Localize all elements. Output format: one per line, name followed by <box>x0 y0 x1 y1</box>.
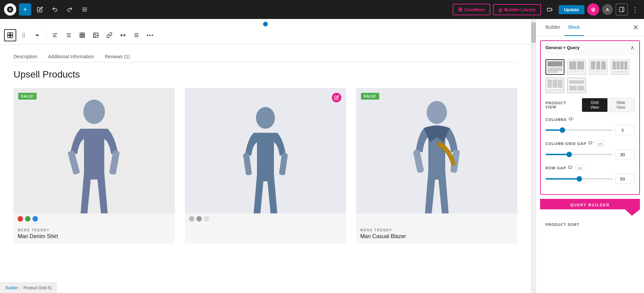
swatch-green[interactable] <box>25 216 30 222</box>
swatch-blue[interactable] <box>33 216 38 222</box>
svg-rect-9 <box>8 36 10 38</box>
svg-point-12 <box>24 33 25 34</box>
columns-input[interactable] <box>616 125 635 135</box>
block-toolbar <box>0 26 531 44</box>
product-sort-section: PRODUCT SORT <box>536 220 644 229</box>
svg-point-36 <box>152 35 153 36</box>
query-builder-wrap: QUERY BUILDER <box>540 199 640 216</box>
panel-section-title: General + Query <box>545 45 580 50</box>
avatar-button[interactable]: A <box>602 4 613 15</box>
content-area: Description Additional Information Revie… <box>0 19 531 293</box>
breadcrumb-builder-link[interactable]: Builder <box>5 286 18 290</box>
condition-button[interactable]: ⊞ Condition <box>453 4 491 15</box>
collapse-button[interactable]: ∧ <box>630 44 635 51</box>
main-layout: Description Additional Information Revie… <box>0 0 644 293</box>
column-gap-unit[interactable]: px <box>596 141 605 147</box>
layout-thumb-6[interactable] <box>567 78 586 93</box>
grid-view-button[interactable]: Grid View <box>582 98 607 112</box>
row-gap-input[interactable] <box>616 174 635 184</box>
layout-thumb-3[interactable] <box>589 59 608 75</box>
product-image-2 <box>185 88 346 213</box>
product-view-label: PRODUCT VIEW <box>545 101 578 109</box>
slide-view-button[interactable]: Slide View <box>607 98 634 112</box>
responsive-gap-icon <box>588 141 594 146</box>
row-gap-label-row: ROW GAP px <box>545 165 635 171</box>
row-gap-slider[interactable] <box>545 178 613 180</box>
columns-control: COLUMNS <box>545 117 635 135</box>
tab-description[interactable]: Description <box>14 51 37 62</box>
more-button[interactable] <box>144 29 156 41</box>
product-name-1: Man Denim Shirt <box>18 233 171 239</box>
product-brand-1: MENS TRENDY <box>18 228 171 232</box>
woo-button[interactable]: ψ <box>587 3 599 16</box>
svg-rect-47 <box>589 142 592 144</box>
width-button[interactable] <box>117 29 129 41</box>
breadcrumb: Builder › Product Grid #1 <box>0 282 57 293</box>
swatch-gray3[interactable] <box>204 216 209 222</box>
update-button[interactable]: Update <box>559 5 584 14</box>
move-up-down[interactable] <box>31 29 43 41</box>
scrollbar-thumb[interactable] <box>531 22 536 43</box>
layout-thumb-4[interactable] <box>610 59 629 75</box>
columns-label-row: COLUMNS <box>545 117 635 122</box>
svg-point-35 <box>149 35 151 36</box>
svg-rect-48 <box>568 166 571 168</box>
settings-button[interactable] <box>130 29 143 41</box>
column-gap-slider[interactable] <box>545 154 613 155</box>
panel-section-body: PRODUCT VIEW Grid View Slide View COLUMN… <box>541 55 639 194</box>
more-options-icon[interactable]: ⋮ <box>630 5 640 14</box>
tab-additional-info[interactable]: Additional Information <box>48 51 94 62</box>
sidebar-toggle-button[interactable] <box>616 3 628 16</box>
undo-button[interactable] <box>49 3 61 16</box>
add-button[interactable]: + <box>19 3 31 16</box>
panel-close-button[interactable]: ✕ <box>633 23 639 32</box>
drag-handle[interactable] <box>18 29 30 41</box>
product-brand-3: MENS TRENDY <box>360 228 513 232</box>
svg-rect-46 <box>569 118 572 120</box>
svg-rect-41 <box>243 153 252 175</box>
svg-point-15 <box>23 37 23 37</box>
edit-icon[interactable] <box>332 93 341 102</box>
responsive-icon[interactable] <box>544 3 556 16</box>
align-left-button[interactable] <box>49 29 61 41</box>
swatch-red[interactable] <box>18 216 23 222</box>
columns-slider[interactable] <box>545 129 613 131</box>
sale-badge-1: SALE! <box>18 93 37 100</box>
layout-thumbnails <box>545 59 635 93</box>
product-card: SALE! <box>14 88 175 244</box>
table-view-button[interactable] <box>76 29 88 41</box>
swatch-gray2[interactable] <box>196 216 202 222</box>
column-gap-input[interactable] <box>616 149 635 160</box>
align-center-button[interactable] <box>63 29 75 41</box>
scrollbar[interactable] <box>531 19 536 293</box>
query-builder-button[interactable]: QUERY BUILDER <box>540 199 640 216</box>
product-image-3: SALE! <box>356 88 517 213</box>
link-button[interactable] <box>103 29 115 41</box>
tab-builder[interactable]: Builder <box>541 19 564 36</box>
menu-button[interactable] <box>79 3 91 16</box>
redo-button[interactable] <box>64 3 76 16</box>
layout-thumb-2[interactable] <box>567 59 586 75</box>
block-type-button[interactable] <box>4 29 16 41</box>
wp-logo-icon[interactable] <box>4 3 16 16</box>
builder-library-button[interactable]: ψ Builder Library <box>493 4 541 15</box>
swatch-gray1[interactable] <box>189 216 194 222</box>
pencil-button[interactable] <box>34 3 46 16</box>
tab-block[interactable]: Block <box>564 19 584 36</box>
product-name-3: Man Casual Blazer <box>360 233 513 239</box>
product-view-row: PRODUCT VIEW Grid View Slide View <box>545 98 635 112</box>
columns-label: COLUMNS <box>545 118 567 122</box>
image-button[interactable] <box>90 29 102 41</box>
product-sort-label: PRODUCT SORT <box>541 223 584 229</box>
columns-slider-row <box>545 125 635 135</box>
layout-thumb-1[interactable] <box>545 59 564 75</box>
column-gap-slider-row <box>545 149 635 160</box>
page-content: Description Additional Information Revie… <box>0 44 531 250</box>
tab-reviews[interactable]: Reviews (1) <box>105 51 130 62</box>
panel-header: Builder Block ✕ <box>536 19 644 36</box>
svg-rect-42 <box>279 153 288 175</box>
view-toggle: Grid View Slide View <box>582 98 635 112</box>
breadcrumb-separator: › <box>20 286 21 290</box>
layout-thumb-5[interactable] <box>545 78 564 93</box>
row-gap-unit[interactable]: px <box>576 165 584 171</box>
